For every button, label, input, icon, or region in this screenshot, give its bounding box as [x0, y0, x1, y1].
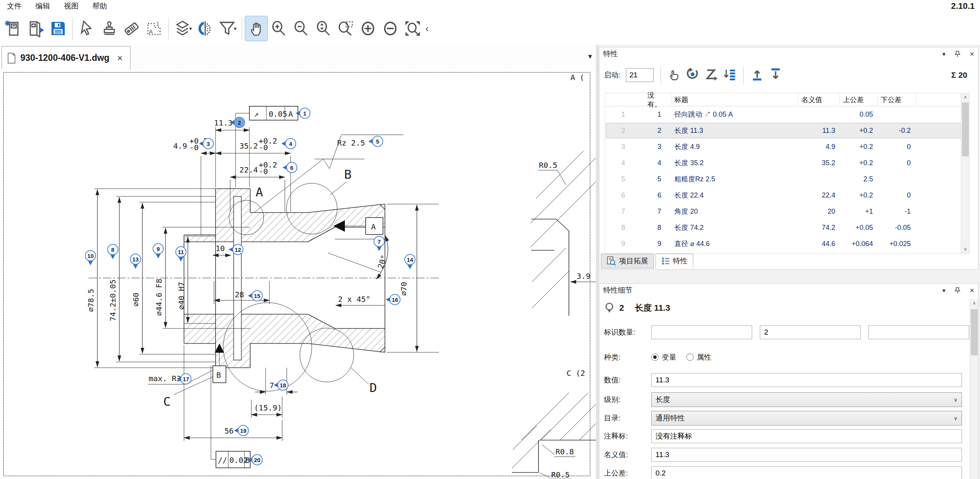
menu-edit[interactable]: 编辑	[34, 0, 52, 12]
svg-text:11.3: 11.3	[214, 118, 232, 127]
tab-list-icon[interactable]: ▾	[588, 52, 592, 61]
increase-icon[interactable]	[357, 16, 379, 41]
panel-collapse-icon[interactable]: ▾	[942, 287, 945, 294]
detail-characteristic-title: 长度 11.3	[635, 302, 670, 314]
filter-icon[interactable]: ▾	[216, 16, 239, 41]
scroll-thumb[interactable]	[962, 102, 969, 156]
dim-7[interactable]: 7	[255, 368, 298, 395]
menu-help[interactable]: 帮助	[91, 0, 109, 12]
decrease-icon[interactable]	[379, 16, 401, 41]
balloon-16[interactable]: 16	[386, 295, 400, 305]
export-icon[interactable]	[769, 68, 782, 83]
zoom-fit-icon[interactable]	[401, 16, 424, 41]
catalog-row: 目录: 通用特性∨	[604, 411, 973, 425]
open-document-icon[interactable]	[25, 16, 47, 41]
save-icon[interactable]	[47, 16, 69, 41]
id-count-input-2[interactable]	[760, 325, 861, 339]
tag-icon[interactable]	[120, 16, 143, 41]
value-input[interactable]	[651, 373, 962, 387]
level-row: 级别: 长度∨	[604, 392, 973, 407]
table-row[interactable]: 22长度 11.311.3+0.2-0.2	[605, 122, 969, 139]
panel-close-icon[interactable]: ×	[970, 286, 974, 295]
main-toolbar: A1 ▾ ▾ ‹	[0, 12, 980, 45]
table-row[interactable]: 33长度 4.94.9+0.20	[605, 139, 969, 155]
radio-variable[interactable]: 变量	[651, 352, 676, 362]
catalog-select[interactable]: 通用特性∨	[651, 411, 962, 425]
table-row[interactable]: 99直径 ⌀ 44.644.6+0.064+0.025	[605, 236, 969, 252]
balloon-12[interactable]: 12	[229, 245, 243, 255]
tab-close-icon[interactable]: ×	[117, 53, 122, 64]
zoom-out-icon[interactable]	[290, 16, 312, 41]
balloon-18[interactable]: 18	[274, 380, 288, 390]
zoom-dynamic-icon[interactable]	[312, 16, 334, 41]
scroll-up-icon[interactable]: ∧	[970, 300, 978, 306]
table-row[interactable]: 44长度 35.235.2+0.20	[605, 155, 969, 171]
tab-project-expansion[interactable]: 项目拓展	[601, 254, 654, 268]
drawing-canvas-area[interactable]: A B C D 11.3 4.9 +0.2 -0 35.2 +0.2 -0	[0, 69, 596, 479]
toolbar-collapse-icon[interactable]: ‹	[425, 23, 429, 35]
dim-4-9[interactable]: 4.9 +0.2 -0	[173, 136, 216, 235]
zoom-window-icon[interactable]	[334, 16, 357, 41]
pan-hand-icon[interactable]	[245, 16, 268, 41]
balloon-8[interactable]: 8	[108, 245, 118, 260]
menu-view[interactable]: 视图	[62, 0, 80, 12]
table-row[interactable]: 55粗糙度Rz 2.52.5	[605, 171, 969, 187]
panel-collapse-icon[interactable]: ▾	[942, 50, 945, 58]
z-order-icon[interactable]	[705, 68, 718, 83]
dim-roughness-rz[interactable]: Rz 2.5	[254, 135, 403, 213]
document-tab[interactable]: 930-1200-406-V1.dwg ×	[2, 46, 130, 69]
stamp-icon[interactable]	[98, 16, 120, 41]
balloon-19[interactable]: 19	[234, 425, 249, 436]
svg-text:11: 11	[178, 249, 184, 255]
new-document-icon[interactable]	[2, 16, 25, 41]
dim-11-3[interactable]: 11.3	[214, 118, 249, 187]
zoom-in-icon[interactable]	[268, 16, 290, 41]
scroll-thumb[interactable]	[971, 309, 978, 355]
details-scrollbar[interactable]: ∧	[970, 299, 978, 479]
rotate-icon[interactable]	[686, 68, 699, 83]
balloon-markers[interactable]: 1234567891011121314151617181920	[85, 108, 415, 465]
panel-close-icon[interactable]: ×	[970, 50, 974, 59]
menu-file[interactable]: 文件	[5, 0, 23, 12]
balloon-4[interactable]: 4	[281, 139, 296, 149]
balloon-6[interactable]: 6	[283, 162, 297, 173]
balloon-7[interactable]: 7	[374, 236, 385, 251]
start-input[interactable]	[626, 68, 654, 82]
upper-tol-input[interactable]	[651, 466, 962, 479]
partial-selection-icon[interactable]: A1	[143, 16, 165, 41]
balloon-15[interactable]: 15	[248, 291, 263, 301]
balloon-5[interactable]: 5	[368, 136, 383, 147]
id-count-input-1[interactable]	[651, 325, 752, 339]
panel-splitter[interactable]	[596, 45, 599, 479]
renumber-list-icon[interactable]	[723, 68, 736, 83]
balloon-13[interactable]: 13	[130, 254, 141, 269]
svg-text:R0.8: R0.8	[555, 447, 574, 456]
level-label: 级别:	[604, 395, 651, 405]
table-row[interactable]: 77角度 2020+1-1	[605, 203, 969, 219]
scroll-down-icon[interactable]: ∨	[961, 246, 970, 252]
annotation-input[interactable]	[651, 429, 962, 443]
import-icon[interactable]	[751, 68, 764, 83]
characteristics-table[interactable]: 没有。 标题 名义值 上公差 下公差 11径向跳动 ↗ 0.05 A0.0522…	[605, 93, 970, 254]
dim-chamfer[interactable]: 2 x 45°	[336, 295, 385, 305]
mirror-icon[interactable]	[194, 16, 216, 41]
hand-pointer-icon[interactable]	[668, 68, 681, 83]
nominal-input[interactable]	[651, 448, 962, 462]
balloon-10[interactable]: 10	[85, 251, 96, 266]
select-cursor-icon[interactable]	[76, 16, 98, 41]
table-row[interactable]: 66长度 22.422.4+0.20	[605, 187, 969, 203]
panel-pin-icon[interactable]	[955, 51, 960, 57]
dim-15-9[interactable]: (15.9)	[251, 397, 282, 418]
tab-characteristics[interactable]: 特性	[656, 254, 693, 268]
radio-attribute[interactable]: 属性	[686, 352, 711, 362]
balloon-11[interactable]: 11	[176, 247, 186, 262]
id-count-input-3[interactable]	[868, 325, 969, 339]
balloon-14[interactable]: 14	[405, 255, 415, 270]
table-scrollbar[interactable]: ∧ ∨	[961, 93, 969, 253]
table-row[interactable]: 88长度 74.274.2+0.05-0.05	[605, 219, 969, 236]
level-select[interactable]: 长度∨	[651, 392, 962, 407]
balloon-9[interactable]: 9	[153, 244, 164, 259]
panel-pin-icon[interactable]	[955, 287, 960, 294]
technical-drawing[interactable]: A B C D 11.3 4.9 +0.2 -0 35.2 +0.2 -0	[0, 69, 596, 479]
layers-icon[interactable]: ▾	[172, 16, 194, 41]
